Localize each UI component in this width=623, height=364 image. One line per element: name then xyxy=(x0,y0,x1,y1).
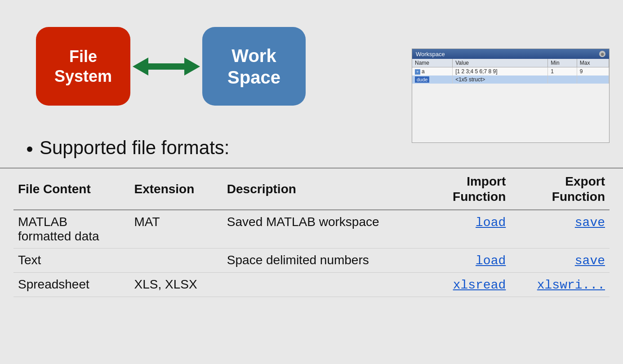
td-description-2 xyxy=(222,273,430,297)
td-export-2[interactable]: xlswri... xyxy=(510,273,610,297)
th-extension: Extension xyxy=(129,169,222,210)
col-header-name: Name xyxy=(412,59,453,67)
file-system-box: FileSystem xyxy=(36,27,130,106)
var-a-icon: + xyxy=(415,69,420,75)
td-import-2[interactable]: xlsread xyxy=(430,273,510,297)
bullet-text: Supported file formats: xyxy=(40,137,230,159)
td-file-content-1: Text xyxy=(13,249,129,273)
load-link-1[interactable]: load xyxy=(476,254,506,268)
col-header-value: Value xyxy=(453,59,548,67)
workspace-label: WorkSpace xyxy=(227,45,280,88)
var-dude-value: <1x5 struct> xyxy=(453,75,548,84)
workspace-panel-header: Workspace ⊕ xyxy=(412,49,609,59)
workspace-row-a[interactable]: +a [1 2 3;4 5 6;7 8 9] 1 9 xyxy=(412,67,609,76)
svg-marker-0 xyxy=(133,58,200,75)
td-extension-1 xyxy=(129,249,222,273)
workspace-panel: Workspace ⊕ Name Value Min Max +a [1 2 3… xyxy=(412,49,610,143)
load-link-0[interactable]: load xyxy=(476,216,506,230)
xlswrite-link[interactable]: xlswri... xyxy=(537,278,605,292)
td-file-content-2: Spreadsheet xyxy=(13,273,129,297)
table-row: Text Space delimited numbers load save xyxy=(13,249,610,273)
td-description-1: Space delimited numbers xyxy=(222,249,430,273)
td-description-0: Saved MATLAB workspace xyxy=(222,210,430,249)
save-link-1[interactable]: save xyxy=(575,254,605,268)
th-description: Description xyxy=(222,169,430,210)
arrow-container xyxy=(130,55,202,78)
table-section: File Content Extension Description Impor… xyxy=(0,168,623,297)
col-header-min: Min xyxy=(548,59,577,67)
file-system-label: FileSystem xyxy=(54,47,112,85)
table-row: MATLABformatted data MAT Saved MATLAB wo… xyxy=(13,210,610,249)
th-import-function: ImportFunction xyxy=(430,169,510,210)
var-dude-label: dude xyxy=(415,76,429,83)
td-import-1[interactable]: load xyxy=(430,249,510,273)
var-dude-name: dude xyxy=(412,75,453,84)
xlsread-link[interactable]: xlsread xyxy=(453,278,506,292)
diagram-area: FileSystem WorkSpace Workspace ⊕ Name Va… xyxy=(0,0,623,124)
var-a-value: [1 2 3;4 5 6;7 8 9] xyxy=(453,67,548,76)
td-file-content-0: MATLABformatted data xyxy=(13,210,129,249)
td-import-0[interactable]: load xyxy=(430,210,510,249)
td-extension-2: XLS, XLSX xyxy=(129,273,222,297)
th-file-content: File Content xyxy=(13,169,129,210)
bullet-dot-icon xyxy=(27,146,32,152)
td-export-0[interactable]: save xyxy=(510,210,610,249)
var-a-max: 9 xyxy=(577,67,609,76)
double-arrow-icon xyxy=(133,55,200,78)
th-export-function: ExportFunction xyxy=(510,169,610,210)
file-formats-table: File Content Extension Description Impor… xyxy=(13,169,610,297)
td-extension-0: MAT xyxy=(129,210,222,249)
table-header-row: File Content Extension Description Impor… xyxy=(13,169,610,210)
var-a-name: +a xyxy=(412,67,453,76)
workspace-row-dude[interactable]: dude <1x5 struct> xyxy=(412,75,609,84)
workspace-panel-close-button[interactable]: ⊕ xyxy=(599,51,605,57)
var-dude-max xyxy=(577,75,609,84)
col-header-max: Max xyxy=(577,59,609,67)
save-link-0[interactable]: save xyxy=(575,216,605,230)
workspace-box: WorkSpace xyxy=(202,27,306,106)
workspace-table: Name Value Min Max +a [1 2 3;4 5 6;7 8 9… xyxy=(412,59,609,84)
var-a-min: 1 xyxy=(548,67,577,76)
var-dude-min xyxy=(548,75,577,84)
td-export-1[interactable]: save xyxy=(510,249,610,273)
table-row: Spreadsheet XLS, XLSX xlsread xlswri... xyxy=(13,273,610,297)
workspace-panel-title: Workspace xyxy=(416,51,445,58)
